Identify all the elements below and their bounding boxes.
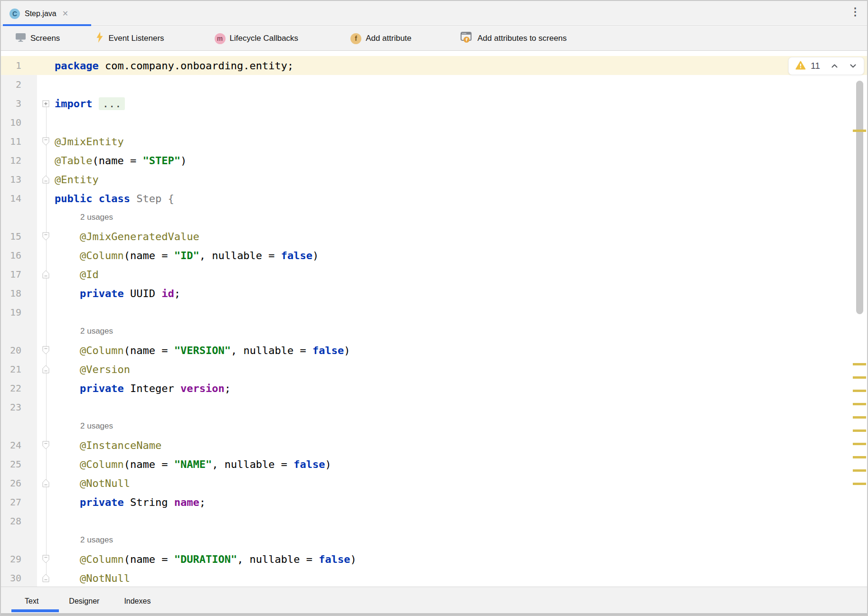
warning-stripe-mark[interactable]: [853, 363, 866, 365]
warning-stripe-mark[interactable]: [853, 429, 866, 432]
line-number[interactable]: 15: [1, 227, 37, 246]
usages-hint-label[interactable]: 2 usages: [55, 327, 113, 336]
usages-hint[interactable]: 2 usages: [55, 322, 867, 341]
warning-stripe-mark[interactable]: [853, 376, 866, 379]
warning-stripe-mark[interactable]: [853, 483, 866, 485]
code-text[interactable]: @InstanceName: [55, 436, 867, 455]
fold-marker-icon[interactable]: [37, 436, 55, 455]
code-text[interactable]: @Version: [55, 360, 867, 379]
toolbar-item-screens[interactable]: Screens: [15, 32, 60, 45]
line-number[interactable]: 2: [1, 75, 37, 94]
code-text[interactable]: @Column(name = "VERSION", nullable = fal…: [55, 341, 867, 360]
token: @JmixGeneratedValue: [80, 231, 199, 243]
line-number[interactable]: 17: [1, 265, 37, 284]
code-text[interactable]: @Column(name = "DURATION", nullable = fa…: [55, 550, 867, 569]
line-number[interactable]: 19: [1, 303, 37, 322]
toolbar-item-add-attribute[interactable]: fAdd attribute: [350, 33, 411, 44]
fold-marker-icon[interactable]: [37, 550, 55, 569]
code-text[interactable]: @Column(name = "NAME", nullable = false): [55, 455, 867, 474]
code-text[interactable]: [55, 113, 867, 132]
line-number[interactable]: 21: [1, 360, 37, 379]
fold-marker-icon[interactable]: [37, 569, 55, 588]
code-text[interactable]: @NotNull: [55, 474, 867, 493]
code-text[interactable]: private String name;: [55, 493, 867, 512]
usages-hint-label[interactable]: 2 usages: [55, 421, 113, 431]
warning-stripe-mark[interactable]: [853, 130, 866, 132]
line-number[interactable]: 24: [1, 436, 37, 455]
line-number[interactable]: 25: [1, 455, 37, 474]
code-editor[interactable]: 1package com.company.onboarding.entity;2…: [1, 51, 867, 588]
line-number[interactable]: 3: [1, 94, 37, 113]
toolbar-item-add-attributes-to-screens[interactable]: fAdd attributes to screens: [460, 31, 567, 46]
code-text[interactable]: import ...: [55, 94, 867, 113]
code-text[interactable]: [55, 303, 867, 322]
toolbar-item-lifecycle-callbacks[interactable]: mLifecycle Callbacks: [215, 33, 299, 44]
code-text[interactable]: @JmixEntity: [55, 132, 867, 151]
warning-stripe-mark[interactable]: [853, 443, 866, 445]
tab-step-java[interactable]: C Step.java ✕: [3, 1, 91, 26]
token: (name =: [124, 250, 174, 261]
line-number[interactable]: 10: [1, 113, 37, 132]
fold-marker-icon[interactable]: [37, 341, 55, 360]
fold-gutter: [37, 417, 55, 436]
code-text[interactable]: public class Step {: [55, 189, 867, 208]
code-text[interactable]: @Column(name = "ID", nullable = false): [55, 246, 867, 265]
mode-tab-text[interactable]: Text: [25, 597, 38, 606]
line-number[interactable]: 16: [1, 246, 37, 265]
code-text[interactable]: [55, 512, 867, 531]
fold-marker-icon[interactable]: [37, 170, 55, 189]
code-text[interactable]: [55, 398, 867, 417]
usages-hint-label[interactable]: 2 usages: [55, 213, 113, 222]
mode-tab-indexes[interactable]: Indexes: [124, 597, 151, 606]
usages-hint[interactable]: 2 usages: [55, 417, 867, 436]
code-line-25: 25 @Column(name = "NAME", nullable = fal…: [1, 455, 867, 474]
line-number[interactable]: 13: [1, 170, 37, 189]
warning-stripe-mark[interactable]: [853, 390, 866, 392]
token: name: [174, 496, 199, 508]
inspection-widget[interactable]: 11: [788, 57, 864, 75]
next-warning-button[interactable]: [849, 62, 857, 70]
fold-marker-icon[interactable]: [37, 265, 55, 284]
code-text[interactable]: private UUID id;: [55, 284, 867, 303]
line-number[interactable]: 20: [1, 341, 37, 360]
line-number[interactable]: 14: [1, 189, 37, 208]
warning-stripe-mark[interactable]: [853, 416, 866, 419]
line-number[interactable]: 26: [1, 474, 37, 493]
line-number[interactable]: 30: [1, 569, 37, 588]
line-number[interactable]: 12: [1, 151, 37, 170]
line-number[interactable]: 28: [1, 512, 37, 531]
folded-imports-chip[interactable]: ...: [99, 97, 125, 110]
usages-hint[interactable]: 2 usages: [55, 531, 867, 550]
usages-hint[interactable]: 2 usages: [55, 208, 867, 227]
code-text[interactable]: @JmixGeneratedValue: [55, 227, 867, 246]
close-icon[interactable]: ✕: [62, 10, 68, 18]
line-number[interactable]: 23: [1, 398, 37, 417]
fold-marker-icon[interactable]: [37, 474, 55, 493]
mode-tab-designer[interactable]: Designer: [69, 597, 99, 606]
code-text[interactable]: @Table(name = "STEP"): [55, 151, 867, 170]
line-number[interactable]: 18: [1, 284, 37, 303]
fold-marker-icon[interactable]: [37, 227, 55, 246]
toolbar-item-event-listeners[interactable]: Event Listeners: [95, 31, 164, 46]
code-text[interactable]: package com.company.onboarding.entity;: [55, 56, 867, 75]
kebab-menu-icon[interactable]: ⋮: [850, 7, 860, 17]
code-text[interactable]: @NotNull: [55, 569, 867, 588]
warning-stripe-mark[interactable]: [853, 403, 866, 405]
code-text[interactable]: @Entity: [55, 170, 867, 189]
line-number[interactable]: 29: [1, 550, 37, 569]
warning-stripe-mark[interactable]: [853, 456, 866, 458]
line-number[interactable]: 11: [1, 132, 37, 151]
code-text[interactable]: [55, 75, 867, 94]
usages-hint-label[interactable]: 2 usages: [55, 535, 113, 545]
line-number[interactable]: 1: [1, 56, 37, 75]
previous-warning-button[interactable]: [830, 62, 839, 70]
line-number[interactable]: 27: [1, 493, 37, 512]
code-text[interactable]: private Integer version;: [55, 379, 867, 398]
line-number[interactable]: 22: [1, 379, 37, 398]
warning-stripe-mark[interactable]: [853, 469, 866, 472]
fold-marker-icon[interactable]: [37, 94, 55, 113]
fold-marker-icon[interactable]: [37, 132, 55, 151]
fold-marker-icon[interactable]: [37, 360, 55, 379]
code-text[interactable]: @Id: [55, 265, 867, 284]
token: @Id: [80, 269, 99, 280]
